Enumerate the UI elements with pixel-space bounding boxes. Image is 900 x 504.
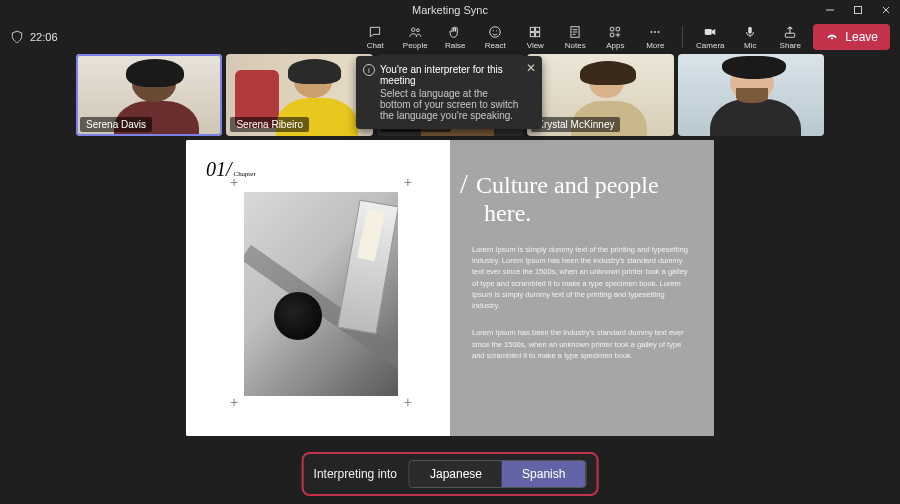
interpreter-bar: Interpreting into Japanese Spanish: [302, 452, 599, 496]
meeting-window: Marketing Sync 22:06 Chat People: [0, 0, 900, 504]
svg-point-4: [493, 30, 494, 31]
raise-hand-icon: [448, 25, 462, 39]
people-button[interactable]: People: [398, 21, 432, 53]
title-bar: Marketing Sync: [0, 0, 900, 20]
participant-name: Serena Davis: [80, 117, 152, 132]
mic-icon: [743, 25, 757, 39]
interpreter-tooltip: i ✕ You're an interpreter for this meeti…: [356, 56, 542, 129]
notes-icon: [568, 25, 582, 39]
svg-rect-11: [611, 27, 615, 31]
shared-slide: 01/Chapter + + + + /Culture and people h…: [186, 140, 714, 436]
slide-image: [244, 192, 398, 396]
interpreter-label: Interpreting into: [314, 467, 397, 481]
raise-hand-button[interactable]: Raise: [438, 21, 472, 53]
toolbar-separator: [682, 26, 683, 48]
svg-point-1: [412, 27, 416, 31]
view-icon: [528, 25, 542, 39]
svg-point-3: [490, 26, 501, 37]
leave-icon: [825, 30, 839, 44]
svg-point-5: [496, 30, 497, 31]
svg-rect-19: [786, 33, 795, 37]
svg-rect-0: [855, 7, 862, 14]
presentation-stage: 01/Chapter + + + + /Culture and people h…: [0, 136, 900, 504]
svg-rect-20: [831, 38, 833, 40]
camera-icon: [703, 25, 717, 39]
svg-rect-9: [536, 32, 540, 36]
svg-rect-8: [531, 32, 535, 36]
chat-icon: [368, 25, 382, 39]
svg-point-15: [654, 31, 656, 33]
svg-rect-6: [531, 27, 535, 31]
share-button[interactable]: Share: [773, 21, 807, 53]
more-icon: [648, 25, 662, 39]
info-icon: i: [363, 64, 375, 76]
share-icon: [783, 25, 797, 39]
participant-name: Serena Ribeiro: [230, 117, 309, 132]
tooltip-title: You're an interpreter for this meeting: [380, 64, 520, 86]
notes-button[interactable]: Notes: [558, 21, 592, 53]
tooltip-close-button[interactable]: ✕: [526, 61, 536, 75]
svg-rect-18: [749, 26, 753, 33]
camera-button[interactable]: Camera: [693, 21, 727, 53]
participant-tile[interactable]: Serena Davis: [76, 54, 222, 136]
maximize-button[interactable]: [844, 0, 872, 20]
svg-point-2: [417, 28, 420, 31]
participant-tile[interactable]: [678, 54, 824, 136]
slide-paragraph: Lorem Ipsum is simply dummy text of the …: [472, 244, 692, 312]
svg-rect-17: [705, 29, 712, 35]
language-option-spanish[interactable]: Spanish: [502, 461, 585, 487]
participant-tile[interactable]: Krystal McKinney: [527, 54, 673, 136]
slide-right-panel: /Culture and people here. Lorem Ipsum is…: [450, 140, 714, 436]
more-button[interactable]: More: [638, 21, 672, 53]
apps-icon: [608, 25, 622, 39]
language-option-japanese[interactable]: Japanese: [410, 461, 502, 487]
leave-button[interactable]: Leave: [813, 24, 890, 50]
participant-tile[interactable]: Serena Ribeiro: [226, 54, 372, 136]
minimize-button[interactable]: [816, 0, 844, 20]
svg-rect-12: [616, 27, 620, 31]
slide-paragraph: Lorem Ipsum has been the industry's stan…: [472, 327, 692, 361]
apps-button[interactable]: Apps: [598, 21, 632, 53]
react-button[interactable]: React: [478, 21, 512, 53]
meeting-timer: 22:06: [10, 30, 58, 44]
language-segmented-control: Japanese Spanish: [409, 460, 586, 488]
close-button[interactable]: [872, 0, 900, 20]
slide-image-frame: + + + +: [236, 184, 406, 404]
window-title: Marketing Sync: [412, 4, 488, 16]
tooltip-body: Select a language at the bottom of your …: [380, 88, 520, 121]
participant-name: Krystal McKinney: [531, 117, 620, 132]
svg-point-16: [658, 31, 660, 33]
meeting-toolbar: 22:06 Chat People Raise React View Notes: [0, 20, 900, 54]
view-button[interactable]: View: [518, 21, 552, 53]
mic-button[interactable]: Mic: [733, 21, 767, 53]
slide-left-panel: 01/Chapter + + + +: [186, 140, 450, 436]
svg-rect-7: [536, 27, 540, 31]
svg-rect-13: [611, 33, 615, 37]
slide-headline: /Culture and people here.: [472, 168, 692, 228]
shield-icon: [10, 30, 24, 44]
chat-button[interactable]: Chat: [358, 21, 392, 53]
people-icon: [408, 25, 422, 39]
react-icon: [488, 25, 502, 39]
svg-point-14: [651, 31, 653, 33]
